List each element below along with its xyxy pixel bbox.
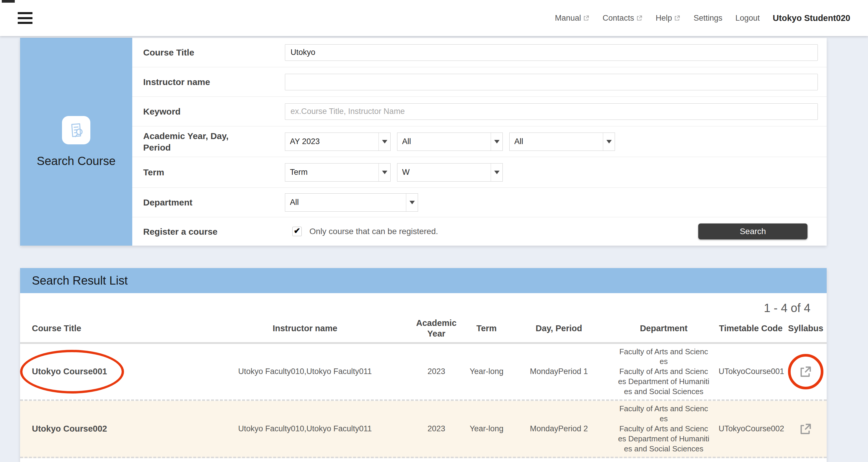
chevron-down-icon — [491, 163, 502, 181]
results-table-header: Course Title Instructor name Academic Ye… — [20, 318, 827, 344]
keyword-label: Keyword — [143, 106, 285, 117]
col-instructor: Instructor name — [203, 323, 407, 334]
hamburger-menu-icon[interactable] — [18, 12, 32, 24]
department-cell: Faculty of Arts and Scienc es Faculty of… — [611, 401, 717, 457]
department-select[interactable]: All — [285, 193, 418, 212]
top-navigation: Manual Contacts Help Settings Logout Uto… — [555, 13, 850, 23]
instructor-cell: Utokyo Faculty010,Utokyo Faculty011 — [203, 421, 407, 436]
syllabus-external-link-icon[interactable] — [799, 422, 812, 436]
col-day-period: Day, Period — [507, 323, 611, 334]
nav-link-label: Settings — [693, 13, 722, 23]
chevron-down-icon — [491, 133, 502, 151]
table-row: Utokyo Course001 Utokyo Faculty010,Utoky… — [20, 344, 827, 401]
register-checkbox-note: Only course that can be registered. — [309, 227, 438, 236]
search-course-sidebar: Search Course — [20, 38, 132, 246]
nav-link-settings[interactable]: Settings — [693, 13, 722, 23]
results-title: Search Result List — [32, 274, 128, 287]
term-cell: Year-long — [466, 364, 507, 379]
search-result-panel: Search Result List 1 - 4 of 4 Course Tit… — [20, 268, 827, 462]
results-count: 1 - 4 of 4 — [20, 293, 827, 318]
search-course-icon — [62, 116, 90, 144]
register-checkbox[interactable] — [292, 227, 302, 236]
external-link-icon — [583, 15, 590, 21]
term-select[interactable]: Term — [285, 163, 391, 182]
search-course-panel: Search Course Course Title Instructor na… — [20, 38, 827, 246]
timetable-code-cell: UTokyoCourse002 — [717, 421, 785, 436]
academic-year-day-period-label: Academic Year, Day, Period — [143, 130, 285, 153]
chevron-down-icon — [378, 133, 390, 151]
nav-link-manual[interactable]: Manual — [555, 13, 590, 23]
academic-year-select[interactable]: AY 2023 — [285, 132, 391, 151]
syllabus-external-link-icon[interactable] — [799, 365, 812, 378]
top-bar: Manual Contacts Help Settings Logout Uto… — [0, 0, 868, 36]
table-row: Utokyo Course002 Utokyo Faculty010,Utoky… — [20, 401, 827, 458]
day-period-cell: MondayPeriod 1 — [507, 364, 611, 379]
chevron-down-icon — [378, 163, 390, 181]
search-form: Course Title Instructor name Keyword Aca… — [132, 38, 827, 246]
col-timetable-code: Timetable Code — [717, 323, 785, 334]
course-title-cell: Utokyo Course001 — [20, 364, 203, 379]
course-title-label: Course Title — [143, 47, 285, 58]
nav-link-label: Help — [656, 13, 672, 23]
col-term: Term — [466, 323, 507, 334]
period-select[interactable]: All — [509, 132, 615, 151]
keyword-input[interactable] — [285, 103, 818, 120]
search-button[interactable]: Search — [698, 223, 807, 239]
instructor-name-label: Instructor name — [143, 76, 285, 88]
term-value-select[interactable]: W — [397, 163, 503, 182]
col-academic-year: Academic Year — [407, 318, 466, 339]
nav-link-contacts[interactable]: Contacts — [602, 13, 643, 23]
instructor-name-input[interactable] — [285, 74, 818, 90]
nav-link-label: Manual — [555, 13, 581, 23]
syllabus-cell — [785, 408, 827, 450]
chevron-down-icon — [603, 133, 615, 151]
term-label: Term — [143, 166, 285, 178]
chevron-down-icon — [406, 194, 418, 211]
course-title-cell: Utokyo Course002 — [20, 421, 203, 437]
academic-year-cell: 2023 — [407, 364, 466, 379]
external-link-icon — [636, 15, 643, 21]
day-select[interactable]: All — [397, 132, 503, 151]
external-link-icon — [674, 15, 681, 21]
day-period-cell: MondayPeriod 2 — [507, 421, 611, 436]
nav-link-help[interactable]: Help — [656, 13, 681, 23]
course-title-input[interactable] — [285, 44, 818, 61]
nav-link-logout[interactable]: Logout — [736, 13, 760, 23]
syllabus-cell — [785, 351, 827, 392]
register-course-label: Register a course — [143, 226, 285, 237]
panel-title: Search Course — [37, 154, 116, 168]
term-cell: Year-long — [466, 421, 507, 436]
red-circle-annotation — [788, 354, 824, 389]
department-label: Department — [143, 196, 285, 208]
user-name: Utokyo Student020 — [773, 13, 850, 23]
instructor-cell: Utokyo Faculty010,Utokyo Faculty011 — [203, 364, 407, 379]
timetable-code-cell: UTokyoCourse001 — [717, 364, 785, 379]
col-syllabus: Syllabus — [785, 323, 827, 334]
col-department: Department — [611, 323, 717, 334]
academic-year-cell: 2023 — [407, 421, 466, 436]
results-header: Search Result List — [20, 268, 827, 293]
screenshot-artifact — [2, 0, 15, 3]
nav-link-label: Contacts — [602, 13, 634, 23]
red-ellipse-annotation — [20, 350, 124, 394]
nav-link-label: Logout — [736, 13, 760, 23]
department-cell: Faculty of Arts and Scienc es Faculty of… — [611, 344, 717, 400]
col-course-title: Course Title — [20, 323, 203, 334]
